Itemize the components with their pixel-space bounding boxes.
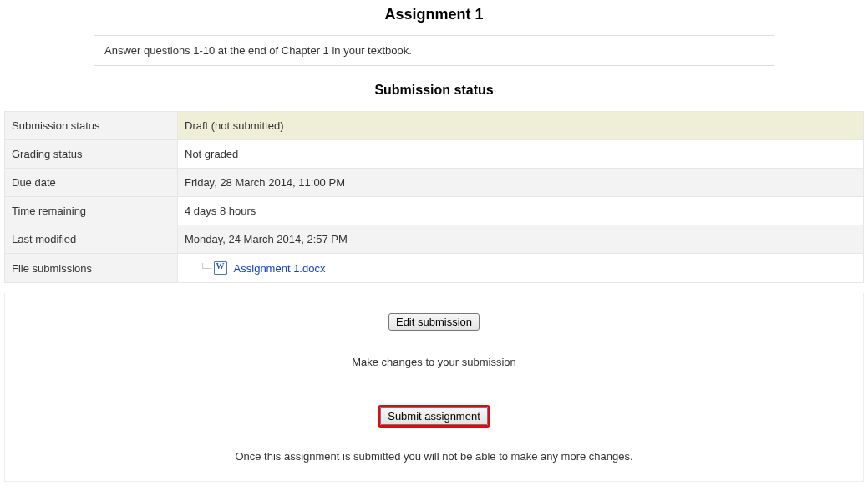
submit-assignment-block: Submit assignment Once this assignment i… xyxy=(5,387,863,481)
table-row: Submission status Draft (not submitted) xyxy=(5,112,864,140)
assignment-instructions: Answer questions 1-10 at the end of Chap… xyxy=(94,35,774,66)
row-value-grading-status: Not graded xyxy=(178,140,864,169)
row-label-file-submissions: File submissions xyxy=(5,254,178,283)
row-label-due-date: Due date xyxy=(5,169,178,197)
row-value-last-modified: Monday, 24 March 2014, 2:57 PM xyxy=(178,225,864,254)
table-row: Due date Friday, 28 March 2014, 11:00 PM xyxy=(5,169,864,197)
table-row: File submissions └─ Assignment 1.docx xyxy=(5,254,864,283)
actions-area: Edit submission Make changes to your sub… xyxy=(4,293,864,482)
submit-assignment-hint: Once this assignment is submitted you wi… xyxy=(5,450,863,463)
file-link[interactable]: Assignment 1.docx xyxy=(234,262,326,275)
row-value-submission-status: Draft (not submitted) xyxy=(178,112,864,140)
row-label-last-modified: Last modified xyxy=(5,225,178,254)
row-label-submission-status: Submission status xyxy=(5,112,178,140)
table-row: Grading status Not graded xyxy=(5,140,864,169)
row-value-due-date: Friday, 28 March 2014, 11:00 PM xyxy=(178,169,864,197)
row-value-file-submissions: └─ Assignment 1.docx xyxy=(178,254,864,283)
row-label-time-remaining: Time remaining xyxy=(5,197,178,225)
table-row: Last modified Monday, 24 March 2014, 2:5… xyxy=(5,225,864,254)
edit-submission-button[interactable]: Edit submission xyxy=(388,313,480,331)
row-label-grading-status: Grading status xyxy=(5,140,178,169)
word-document-icon xyxy=(214,261,227,275)
edit-submission-block: Edit submission Make changes to your sub… xyxy=(5,293,863,387)
submit-assignment-button[interactable]: Submit assignment xyxy=(380,407,488,425)
assignment-title: Assignment 1 xyxy=(4,6,864,23)
table-row: Time remaining 4 days 8 hours xyxy=(5,197,864,225)
row-value-time-remaining: 4 days 8 hours xyxy=(178,197,864,225)
edit-submission-hint: Make changes to your submission xyxy=(5,356,863,368)
submission-status-heading: Submission status xyxy=(4,83,864,98)
submission-status-table: Submission status Draft (not submitted) … xyxy=(4,111,864,283)
tree-connector-icon: └─ xyxy=(200,263,211,273)
